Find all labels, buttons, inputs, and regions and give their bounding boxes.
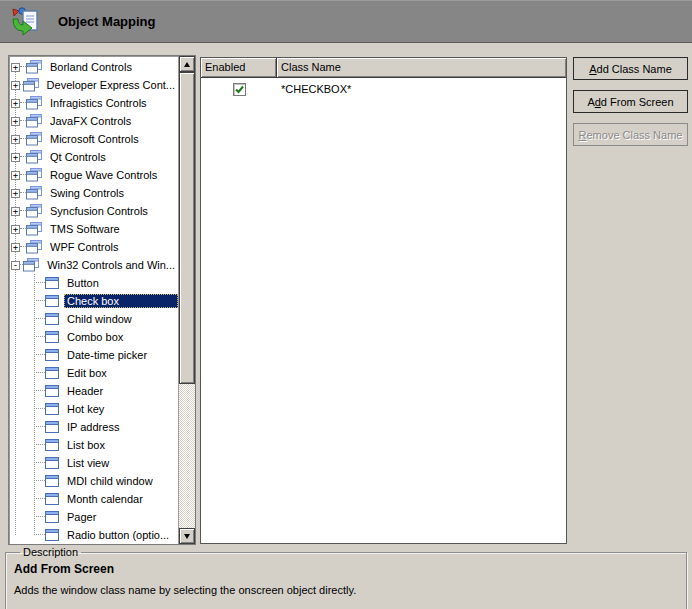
tree-item-label: Qt Controls <box>47 150 109 164</box>
window-icon <box>45 349 59 361</box>
tree-item-label: Rogue Wave Controls <box>47 168 160 182</box>
object-mapping-dialog: Object Mapping +Borland Controls+Develop… <box>0 0 692 609</box>
tree-item-infragistics-controls[interactable]: +Infragistics Controls <box>9 94 178 112</box>
expand-icon[interactable]: + <box>11 153 20 162</box>
description-group: Description Add From Screen Adds the win… <box>5 546 687 609</box>
button-label-part: d From Screen <box>601 96 674 108</box>
tree-item-month-calendar[interactable]: Month calendar <box>9 490 178 508</box>
expand-icon[interactable]: + <box>11 99 20 108</box>
page-title: Object Mapping <box>58 14 156 29</box>
expand-icon[interactable]: + <box>11 81 20 90</box>
window-icon <box>45 529 59 541</box>
window-icon <box>45 331 59 343</box>
tree-item-label: Date-time picker <box>64 348 150 362</box>
tree-scrollbar[interactable] <box>178 56 195 544</box>
window-icon <box>45 421 59 433</box>
button-accesskey: A <box>589 63 596 75</box>
expand-icon[interactable]: + <box>11 225 20 234</box>
tree-item-javafx-controls[interactable]: +JavaFX Controls <box>9 112 178 130</box>
tree-item-borland-controls[interactable]: +Borland Controls <box>9 58 178 76</box>
add-from-screen-button[interactable]: Add From Screen <box>573 90 688 113</box>
tree-item-wpf-controls[interactable]: +WPF Controls <box>9 238 178 256</box>
tree-item-label: Swing Controls <box>47 186 127 200</box>
tree-item-label: Combo box <box>64 330 126 344</box>
table-row[interactable]: *CHECKBOX* <box>201 80 566 98</box>
button-label-part: emove Class Name <box>586 129 682 141</box>
tree-item-pager[interactable]: Pager <box>9 508 178 526</box>
scroll-down-button[interactable] <box>179 528 195 544</box>
window-icon <box>45 385 59 397</box>
tree-item-label: Pager <box>64 510 99 524</box>
tree-item-microsoft-controls[interactable]: +Microsoft Controls <box>9 130 178 148</box>
arrow-down-icon <box>184 534 190 539</box>
tree-item-list-view[interactable]: List view <box>9 454 178 472</box>
enabled-checkbox[interactable] <box>233 83 246 96</box>
expand-icon[interactable]: + <box>11 135 20 144</box>
tree-item-button[interactable]: Button <box>9 274 178 292</box>
tree-item-syncfusion-controls[interactable]: +Syncfusion Controls <box>9 202 178 220</box>
tree-item-label: List view <box>64 456 112 470</box>
description-legend: Description <box>20 546 81 558</box>
button-label-part: A <box>587 96 594 108</box>
tree-item-ip-address[interactable]: IP address <box>9 418 178 436</box>
description-body: Adds the window class name by selecting … <box>14 584 678 596</box>
tree-item-child-window[interactable]: Child window <box>9 310 178 328</box>
tree-item-check-box[interactable]: Check box <box>9 292 178 310</box>
check-icon <box>235 85 244 94</box>
tree-item-label: TMS Software <box>47 222 123 236</box>
expand-icon[interactable]: + <box>11 243 20 252</box>
tree-item-label: Month calendar <box>64 492 146 506</box>
tree-rows: +Borland Controls+Developer Express Cont… <box>9 56 178 544</box>
add-class-name-button[interactable]: Add Class Name <box>573 57 688 80</box>
enabled-cell <box>201 83 277 96</box>
tree-item-combo-box[interactable]: Combo box <box>9 328 178 346</box>
tree-item-hot-key[interactable]: Hot key <box>9 400 178 418</box>
tree-item-developer-express-cont[interactable]: +Developer Express Cont... <box>9 76 178 94</box>
tree-item-date-time-picker[interactable]: Date-time picker <box>9 346 178 364</box>
tree-item-rogue-wave-controls[interactable]: +Rogue Wave Controls <box>9 166 178 184</box>
tree-item-label: Syncfusion Controls <box>47 204 151 218</box>
cascade-windows-icon <box>26 168 42 182</box>
cascade-windows-icon <box>26 204 42 218</box>
tree-item-radio-button-optio[interactable]: Radio button (optio... <box>9 526 178 544</box>
tree-item-swing-controls[interactable]: +Swing Controls <box>9 184 178 202</box>
tree-connector <box>34 300 45 302</box>
tree-connector <box>34 282 45 284</box>
tree-item-label: Radio button (optio... <box>64 528 172 542</box>
scrollbar-thumb[interactable] <box>179 72 195 384</box>
collapse-icon[interactable]: - <box>11 261 20 270</box>
tree-item-header[interactable]: Header <box>9 382 178 400</box>
arrow-up-icon <box>184 62 190 67</box>
tree-connector <box>34 498 45 500</box>
tree-item-label: WPF Controls <box>47 240 121 254</box>
expand-icon[interactable]: + <box>11 189 20 198</box>
cascade-windows-icon <box>23 78 39 92</box>
expand-icon[interactable]: + <box>11 117 20 126</box>
column-header-enabled[interactable]: Enabled <box>201 58 277 77</box>
cascade-windows-icon <box>26 114 42 128</box>
tree-item-qt-controls[interactable]: +Qt Controls <box>9 148 178 166</box>
window-icon <box>45 475 59 487</box>
tree-item-label: Button <box>64 276 102 290</box>
tree-item-label: Infragistics Controls <box>47 96 150 110</box>
tree-item-label: Check box <box>64 294 178 308</box>
tree-item-tms-software[interactable]: +TMS Software <box>9 220 178 238</box>
tree-item-label: JavaFX Controls <box>47 114 134 128</box>
tree-item-label: Borland Controls <box>47 60 135 74</box>
tree-item-win32-controls-and-win[interactable]: -Win32 Controls and Win... <box>9 256 178 274</box>
remove-class-name-button[interactable]: Remove Class Name <box>573 123 688 146</box>
tree-connector <box>34 462 45 464</box>
tree-item-edit-box[interactable]: Edit box <box>9 364 178 382</box>
expand-icon[interactable]: + <box>11 63 20 72</box>
tree-item-list-box[interactable]: List box <box>9 436 178 454</box>
window-icon <box>45 313 59 325</box>
tree-connector <box>34 390 45 392</box>
column-header-class-name[interactable]: Class Name <box>277 58 566 77</box>
tree-item-label: Developer Express Cont... <box>44 78 178 92</box>
expand-icon[interactable]: + <box>11 207 20 216</box>
tree-item-label: Hot key <box>64 402 107 416</box>
tree-item-mdi-child-window[interactable]: MDI child window <box>9 472 178 490</box>
cascade-windows-icon <box>26 96 42 110</box>
expand-icon[interactable]: + <box>11 171 20 180</box>
scroll-up-button[interactable] <box>179 56 195 72</box>
